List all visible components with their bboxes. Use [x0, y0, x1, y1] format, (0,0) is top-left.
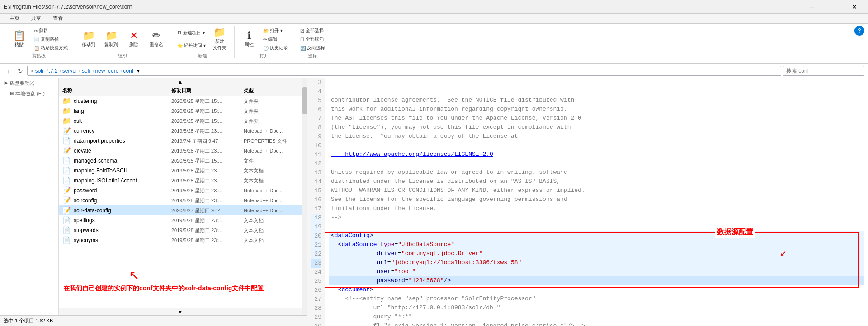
file-item[interactable]: 📝 elevate 2019/5/28 星期二 23:... Notepad++…	[59, 146, 302, 156]
code-line[interactable]: query="*:*"	[329, 312, 864, 321]
file-date: 2019/5/28 星期二 23:...	[171, 177, 244, 184]
code-line[interactable]: the License. You may obtain a copy of th…	[329, 132, 864, 141]
properties-button[interactable]: ℹ 属性	[238, 27, 260, 52]
code-line[interactable]: The ASF licenses this file to You under …	[329, 114, 864, 123]
back-button[interactable]: ↑	[4, 66, 14, 76]
rename-button[interactable]: ✏ 重命名	[146, 27, 167, 52]
file-icon: 📁	[62, 97, 71, 105]
tab-view[interactable]: 查看	[47, 14, 69, 23]
scrollbar-thumb[interactable]	[302, 87, 307, 114]
code-line[interactable]	[329, 222, 864, 231]
file-item[interactable]: 📄 mapping-FoldToASCII 2019/5/28 星期二 23:.…	[59, 166, 302, 176]
file-item[interactable]: 📄 dataimport.properties 2019/7/4 星期四 9:4…	[59, 136, 302, 146]
code-editor: 3456789101112131415161718192021222324252…	[307, 78, 868, 326]
breadcrumb-icon: «	[30, 68, 33, 74]
tree-item-drives[interactable]: ▶ 磁盘驱动器	[0, 78, 58, 88]
edit-button[interactable]: ✏ 编辑	[261, 35, 290, 43]
code-line[interactable]: http://www.apache.org/licenses/LICENSE-2…	[329, 150, 864, 159]
minimize-button[interactable]: ─	[802, 2, 822, 11]
file-item[interactable]: 📝 currency 2019/5/28 星期二 23:... Notepad+…	[59, 126, 302, 136]
new-item-button[interactable]: 🗒 新建项目 ▾	[175, 28, 208, 37]
code-line[interactable]: WITHOUT WARRANTIES OR CONDITIONS OF ANY …	[329, 186, 864, 195]
code-line[interactable]: url="http://127.0.0.1:8983/solr/db "	[329, 303, 864, 312]
code-line[interactable]: password="12345678"/>	[329, 276, 864, 285]
file-type: 文本文档	[244, 237, 298, 244]
select-all-button[interactable]: ☑ 全部选择	[298, 27, 327, 35]
code-line[interactable]: this work for additional information reg…	[329, 105, 864, 114]
file-type: Notepad++ Doc...	[244, 208, 298, 213]
select-buttons: ☑ 全部选择 ☐ 全部取消 🔄 反向选择	[298, 27, 327, 52]
paste-shortcut-button[interactable]: 📋 粘贴快捷方式	[32, 44, 70, 52]
file-item[interactable]: 📄 mapping-ISOLatin1Accent 2019/5/28 星期二 …	[59, 176, 302, 186]
line-number: 12	[311, 159, 321, 168]
code-line[interactable]: <document>	[329, 285, 864, 294]
search-input[interactable]	[783, 66, 864, 76]
help-button[interactable]: ?	[854, 26, 864, 36]
delete-button[interactable]: ✕ 删除	[123, 27, 145, 52]
ribbon-group-organize: 📁 移动到 📁 复制到 ✕ 删除 ✏ 重命名 组织	[74, 26, 171, 58]
breadcrumb-solr2[interactable]: solr	[82, 68, 90, 74]
invert-selection-button[interactable]: 🔄 反向选择	[298, 44, 327, 52]
code-line[interactable]: <!--<entity name="sep" processor="SolrEn…	[329, 294, 864, 303]
code-line[interactable]: Unless required by applicable law or agr…	[329, 168, 864, 177]
code-line[interactable]: contributor license agreements. See the …	[329, 96, 864, 105]
code-line[interactable]: user="root"	[329, 267, 864, 276]
file-list-scrollbar[interactable]	[302, 78, 307, 315]
line-number: 5	[311, 96, 321, 105]
file-item[interactable]: 📄 stopwords 2019/5/28 星期二 23:... 文本文档	[59, 225, 302, 235]
scroll-down-button[interactable]: ▼	[59, 308, 302, 315]
file-date: 2019/5/28 星期二 23:...	[171, 187, 244, 194]
tree-item-e[interactable]: 🖥 本地磁盘 (E:)	[0, 88, 58, 99]
copy-path-button[interactable]: 📄 复制路径	[32, 35, 70, 43]
file-item[interactable]: 📄 synonyms 2019/5/28 星期二 23:... 文本文档	[59, 235, 302, 245]
line-number: 13	[311, 168, 321, 177]
breadcrumb-solr[interactable]: solr-7.7.2	[35, 68, 58, 74]
scroll-up-button[interactable]: ▲	[59, 78, 302, 85]
open-button[interactable]: 📂 打开 ▾	[261, 27, 290, 35]
file-item[interactable]: 📁 xslt 2020/8/25 星期二 15:... 文件夹	[59, 116, 302, 126]
code-line[interactable]: distributed under the License is distrib…	[329, 177, 864, 186]
code-line[interactable]: <dataConfig>	[329, 231, 864, 240]
file-item[interactable]: 📝 solr-data-config 2020/8/27 星期四 9:44 No…	[59, 205, 302, 215]
easy-access-button[interactable]: ⭐ 轻松访问 ▾	[175, 41, 208, 50]
code-line[interactable]: (the "License"); you may not use this fi…	[329, 123, 864, 132]
copy-to-button[interactable]: 📁 复制到	[100, 27, 122, 52]
tab-home[interactable]: 主页	[4, 14, 25, 23]
refresh-button[interactable]: ↻	[15, 66, 25, 76]
code-line[interactable]: -->	[329, 213, 864, 222]
file-type: 文件夹	[244, 108, 298, 115]
tab-share[interactable]: 共享	[25, 14, 47, 23]
breadcrumb-conf[interactable]: conf	[123, 68, 133, 74]
file-name: solrconfig	[74, 197, 171, 204]
file-area: ▶ 磁盘驱动器 🖥 本地磁盘 (E:) ▲ 名称 修改日期 类型	[0, 78, 307, 315]
file-item[interactable]: 📝 solrconfig 2019/5/28 星期二 23:... Notepa…	[59, 196, 302, 205]
code-line[interactable]: limitations under the License.	[329, 204, 864, 213]
file-name: elevate	[74, 148, 171, 154]
code-content[interactable]: contributor license agreements. See the …	[326, 78, 868, 326]
code-line[interactable]	[329, 141, 864, 150]
file-item[interactable]: 📁 clustering 2020/8/25 星期二 15:... 文件夹	[59, 96, 302, 106]
file-type: 文本文档	[244, 227, 298, 234]
clipboard-buttons: 📋 粘贴 ✂ 剪切 📄 复制路径 📋 粘贴快捷方式	[7, 27, 70, 52]
history-button[interactable]: 🕐 历史记录	[261, 44, 290, 52]
file-list-header: 名称 修改日期 类型	[59, 85, 302, 96]
new-folder-button[interactable]: 📁 新建文件夹	[209, 27, 231, 52]
line-number: 18	[311, 214, 321, 223]
address-path[interactable]: « solr-7.7.2 › server › solr › new_core …	[27, 66, 781, 76]
maximize-button[interactable]: □	[823, 2, 843, 11]
file-item[interactable]: 📄 managed-schema 2020/8/25 星期二 15:... 文件	[59, 156, 302, 166]
move-to-button[interactable]: 📁 移动到	[78, 27, 99, 52]
paste-button[interactable]: 📋 粘贴	[7, 27, 31, 52]
breadcrumb-server[interactable]: server	[62, 68, 77, 74]
file-item[interactable]: 📁 lang 2020/8/25 星期二 15:... 文件夹	[59, 106, 302, 116]
file-item[interactable]: 📝 password 2019/5/28 星期二 23:... Notepad+…	[59, 186, 302, 196]
code-line[interactable]	[329, 159, 864, 168]
cut-button[interactable]: ✂ 剪切	[32, 27, 70, 35]
col-header-date: 修改日期	[171, 87, 244, 94]
code-line[interactable]: fl="*,orig_version_1:_version_,ignored_p…	[329, 321, 864, 326]
breadcrumb-new-core[interactable]: new_core	[95, 68, 118, 74]
code-line[interactable]: See the License for the specific languag…	[329, 195, 864, 204]
deselect-all-button[interactable]: ☐ 全部取消	[298, 35, 327, 43]
file-item[interactable]: 📄 spellings 2019/5/28 星期二 23:... 文本文档	[59, 215, 302, 225]
close-button[interactable]: ✕	[844, 2, 864, 11]
